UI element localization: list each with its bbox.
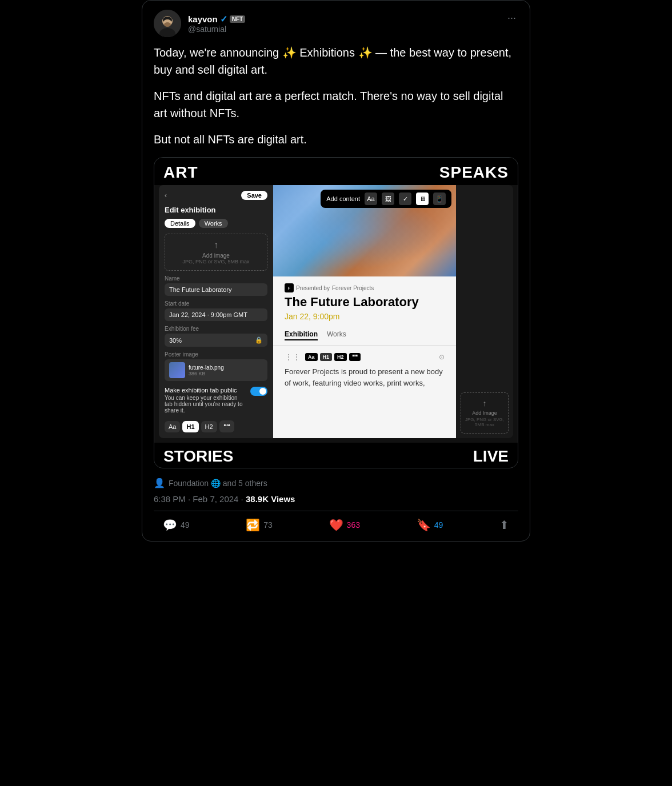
tweet-footer: 👤 Foundation 🌐 and 5 others 6:38 PM · Fe… [154,478,518,532]
format-h1[interactable]: H1 [182,421,198,432]
right-format-hint: JPG, PNG or SVG, 5MB max [465,417,505,427]
toolbar-check-icon[interactable]: ✓ [399,193,411,205]
fee-amount: 30% [169,337,182,344]
fmt-h2[interactable]: H2 [334,353,347,361]
center-tab-bar: Exhibition Works [273,326,456,346]
drag-handle: ⋮⋮ [285,352,301,362]
stories-live-row: STORIES LIVE [154,443,518,468]
tweet-line-1: Today, we're announcing ✨ Exhibitions ✨ … [154,44,518,78]
presented-by: F Presented by Forever Projects [285,283,445,292]
live-label: LIVE [473,447,509,466]
username[interactable]: @saturnial [188,25,245,34]
tweet-header: kayvon ✓ NFT @saturnial ··· [154,10,518,37]
toolbar-mobile-icon[interactable]: 📱 [433,193,446,205]
fee-label: Exhibition fee [165,326,267,332]
right-upload-icon: ↑ [465,399,505,408]
reply-action[interactable]: 💬 49 [163,518,190,532]
fmt-aa[interactable]: Aa [305,353,318,361]
poster-size: 386 KB [189,371,224,376]
separator: · [241,494,246,504]
toolbar-monitor-icon[interactable]: 🖥 [416,193,429,205]
tweet-timestamp: 6:38 PM · Feb 7, 2024 · 38.9K Views [154,494,518,504]
share-icon: ⬆ [499,518,509,532]
verified-icon: ✓ [220,14,227,25]
nft-badge: NFT [230,15,245,23]
user-info: kayvon ✓ NFT @saturnial [188,14,245,34]
action-bar: 💬 49 🔁 73 ❤️ 363 🔖 49 ⬆ [154,518,518,532]
retweet-icon: 🔁 [246,518,260,532]
tweet-text: Today, we're announcing ✨ Exhibitions ✨ … [154,44,518,148]
add-content-label: Add content [326,195,360,202]
settings-icon[interactable]: ⊙ [439,353,445,361]
exhibition-title: The Future Laboratory [285,295,445,310]
bookmark-count: 49 [434,520,443,530]
save-button[interactable]: Save [241,191,267,200]
right-add-image[interactable]: ↑ Add Image JPG, PNG or SVG, 5MB max [461,392,509,434]
speaks-label: SPEAKS [439,163,509,182]
left-panel: ‹ Save Edit exhibition Details Works ↑ A… [159,185,273,438]
upload-icon: ↑ [171,240,261,250]
divider [154,511,518,511]
display-name[interactable]: kayvon ✓ NFT [188,14,245,25]
org-name: Forever Projects [332,285,374,291]
exhibition-date: Jan 22, 9:00pm [285,312,445,321]
poster-label: Poster image [165,351,267,358]
reply-count: 49 [181,520,190,530]
toggle-switch[interactable] [250,387,267,396]
works-tab[interactable]: Works [199,219,228,228]
toggle-row: Make exhibition tab public You can keep … [165,387,267,414]
format-h2[interactable]: H2 [201,421,217,432]
add-image-label: Add image [171,252,261,259]
exhibition-mockup: ‹ Save Edit exhibition Details Works ↑ A… [159,185,513,438]
media-card[interactable]: ART SPEAKS ‹ Save Edit exhibition Detail… [154,157,518,468]
back-arrow[interactable]: ‹ [165,191,167,199]
toolbar-overlay: Add content Aa 🖼 ✓ 🖥 📱 [321,190,451,208]
like-count: 363 [347,520,360,530]
start-date-value: Jan 22, 2024 · 9:00pm GMT [165,308,267,321]
bookmark-icon: 🔖 [417,518,431,532]
liked-by-text: Foundation 🌐 and 5 others [169,479,267,488]
svg-point-4 [164,22,171,27]
name-text: kayvon [188,14,218,24]
tweet-line-3: But not all NFTs are digital art. [154,131,518,148]
toolbar-image-icon[interactable]: 🖼 [382,193,394,205]
fee-value: 30% 🔒 [165,334,267,347]
tweet-line-2: NFTs and digital art are a perfect match… [154,87,518,122]
retweet-count: 73 [263,520,273,530]
exhibition-tab[interactable]: Exhibition [285,330,318,340]
retweet-action[interactable]: 🔁 73 [246,518,273,532]
name-label: Name [165,275,267,282]
like-icon: ❤️ [329,518,343,532]
toggle-knob [259,388,266,395]
art-label: ART [163,163,198,182]
poster-image-row: future-lab.png 386 KB [165,359,267,381]
liked-by-row: 👤 Foundation 🌐 and 5 others [154,478,518,488]
avatar[interactable] [154,10,181,37]
lock-icon: 🔒 [255,336,263,344]
right-panel: ↑ Add Image JPG, PNG or SVG, 5MB max [456,185,513,438]
toolbar-text-icon[interactable]: Aa [365,193,377,205]
view-count: 38.9K Views [246,494,295,504]
fmt-quote[interactable]: ❝❝ [349,353,361,361]
add-image-box[interactable]: ↑ Add image JPG, PNG or SVG, 5MB max [165,234,267,271]
fmt-h1[interactable]: H1 [320,353,333,361]
toggle-label: Make exhibition tab public [165,387,246,394]
works-tab-center[interactable]: Works [327,330,346,340]
format-aa[interactable]: Aa [165,421,180,432]
more-options-button[interactable]: ··· [505,10,518,26]
like-action[interactable]: ❤️ 363 [329,518,360,532]
start-date-label: Start date [165,300,267,307]
name-value: The Future Laboratory [165,283,267,296]
right-add-image-label: Add Image [465,410,505,416]
toggle-subtext: You can keep your exhibition tab hidden … [165,395,246,414]
edit-exhibition-title: Edit exhibition [165,206,267,214]
format-quote[interactable]: ❝❝ [219,420,234,432]
exhibition-body-text: Forever Projects is proud to present a n… [285,366,445,388]
details-tab[interactable]: Details [165,219,195,228]
share-action[interactable]: ⬆ [499,518,509,532]
bookmark-action[interactable]: 🔖 49 [417,518,443,532]
exhibition-header: F Presented by Forever Projects The Futu… [273,276,456,326]
center-format-bar: ⋮⋮ Aa H1 H2 ❝❝ ⊙ [285,352,445,362]
text-format-bar: Aa H1 H2 ❝❝ [165,420,267,432]
org-logo: F [285,283,294,292]
